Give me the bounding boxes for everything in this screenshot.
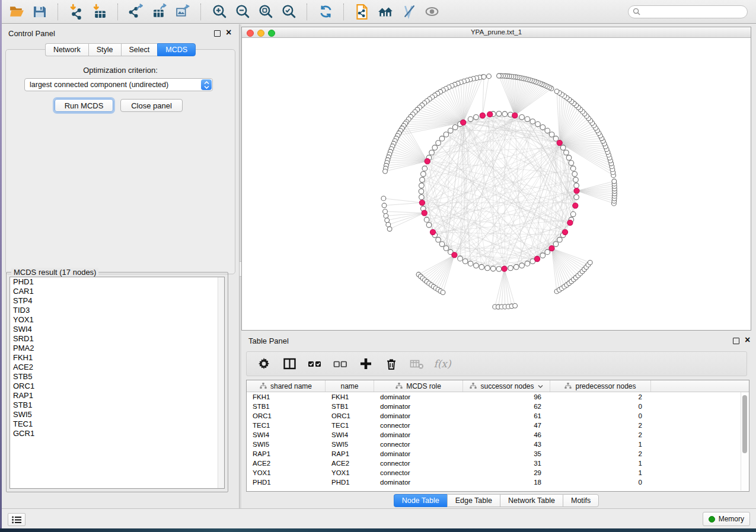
graph-ring-node[interactable] (513, 264, 519, 270)
show-eye-icon[interactable] (423, 3, 441, 21)
graph-ring-node[interactable] (444, 132, 449, 137)
show-columns-icon[interactable] (282, 356, 297, 371)
table-scrollbar-thumb[interactable] (742, 395, 747, 453)
mcds-result-item[interactable]: SRD1 (10, 334, 224, 344)
graph-ring-node[interactable] (419, 195, 425, 200)
tab-network-table[interactable]: Network Table (500, 494, 563, 507)
graph-leaf-node[interactable] (387, 227, 392, 232)
add-column-icon[interactable] (358, 356, 374, 371)
column-header-shared-name[interactable]: shared name (247, 380, 326, 392)
export-image-icon[interactable] (174, 3, 192, 21)
save-session-icon[interactable] (31, 3, 49, 21)
graph-ring-node[interactable] (574, 183, 579, 188)
table-row[interactable]: YOX1YOX1connector291 (247, 468, 749, 477)
column-header-successor-nodes[interactable]: successor nodes (463, 380, 550, 392)
import-network-icon[interactable] (68, 3, 85, 21)
tab-network[interactable]: Network (45, 43, 88, 56)
graph-ring-node[interactable] (519, 115, 525, 120)
mcds-result-item[interactable]: STP4 (10, 296, 224, 306)
graph-ring-node[interactable] (496, 267, 502, 272)
column-header-MCDS-role[interactable]: MCDS role (374, 380, 463, 392)
graph-mcds-hub-node[interactable] (567, 220, 573, 225)
graph-mcds-hub-node[interactable] (419, 200, 425, 206)
mcds-result-item[interactable]: RAP1 (10, 391, 224, 400)
close-panel-button[interactable]: Close panel (120, 99, 183, 112)
table-row[interactable]: SWI5SWI5connector431 (247, 440, 749, 449)
graph-leaf-node[interactable] (497, 73, 502, 78)
graph-mcds-hub-node[interactable] (452, 252, 457, 258)
graph-mcds-hub-node[interactable] (557, 140, 562, 146)
table-row[interactable]: FKH1FKH1dominator962 (247, 392, 749, 402)
task-history-button[interactable] (8, 513, 25, 526)
graph-ring-node[interactable] (560, 145, 566, 150)
mcds-result-item[interactable]: STB5 (10, 372, 224, 382)
graph-leaf-node[interactable] (513, 303, 518, 308)
mcds-result-item[interactable]: ACE2 (10, 363, 224, 372)
graph-ring-node[interactable] (419, 183, 425, 188)
mcds-result-item[interactable]: STB1 (10, 400, 224, 410)
graph-leaf-node[interactable] (383, 209, 388, 214)
graph-ring-node[interactable] (439, 242, 445, 247)
graph-mcds-hub-node[interactable] (461, 120, 466, 125)
graph-mcds-hub-node[interactable] (549, 246, 554, 251)
graph-mcds-hub-node[interactable] (430, 229, 435, 235)
graph-mcds-hub-node[interactable] (512, 113, 518, 118)
graph-ring-node[interactable] (573, 177, 579, 182)
zoom-out-icon[interactable] (234, 3, 251, 21)
graph-mcds-hub-node[interactable] (573, 203, 578, 209)
table-row[interactable]: PHD1PHD1dominator180 (247, 477, 749, 487)
mcds-result-item[interactable]: CAR1 (10, 287, 224, 296)
hide-annotations-icon[interactable] (400, 3, 417, 21)
close-table-panel-icon[interactable]: × (745, 337, 750, 343)
graph-ring-node[interactable] (485, 265, 490, 271)
zoom-in-icon[interactable] (210, 3, 228, 21)
export-table-icon[interactable] (151, 3, 168, 21)
graph-ring-node[interactable] (496, 111, 502, 117)
search-field[interactable] (628, 5, 748, 18)
new-network-document-icon[interactable] (353, 3, 371, 21)
graph-ring-node[interactable] (545, 128, 550, 133)
graph-ring-node[interactable] (540, 253, 546, 258)
graph-ring-node[interactable] (553, 136, 559, 142)
graph-ring-node[interactable] (508, 265, 513, 271)
graph-mcds-hub-node[interactable] (534, 256, 540, 261)
tab-node-table[interactable]: Node Table (394, 494, 447, 507)
graph-ring-node[interactable] (436, 237, 441, 242)
table-row[interactable]: TEC1TEC1connector472 (247, 421, 749, 430)
graph-ring-node[interactable] (452, 125, 458, 130)
table-row[interactable]: ACE2ACE2connector311 (247, 459, 749, 468)
mcds-result-item[interactable]: TEC1 (10, 419, 224, 429)
graph-ring-node[interactable] (421, 172, 426, 177)
graph-ring-node[interactable] (490, 266, 496, 271)
mcds-result-item[interactable]: PHD1 (10, 277, 224, 287)
open-session-icon[interactable] (8, 3, 25, 21)
graph-ring-node[interactable] (468, 117, 473, 122)
graph-ring-node[interactable] (436, 140, 441, 146)
graph-leaf-node[interactable] (383, 169, 388, 174)
mcds-result-item[interactable]: ORC1 (10, 382, 224, 391)
mcds-result-item[interactable]: TID3 (10, 306, 224, 315)
graph-ring-node[interactable] (432, 145, 438, 150)
graph-ring-node[interactable] (570, 166, 576, 171)
network-graph-canvas[interactable] (242, 38, 751, 331)
graph-leaf-node[interactable] (382, 203, 387, 208)
graph-leaf-node[interactable] (384, 214, 388, 219)
network-window-titlebar[interactable]: YPA_prune.txt_1 (242, 27, 751, 38)
run-mcds-button[interactable]: Run MCDS (55, 99, 113, 112)
graph-leaf-node[interactable] (381, 196, 386, 201)
graph-ring-node[interactable] (525, 117, 530, 122)
graph-leaf-node[interactable] (481, 75, 486, 79)
graph-leaf-node[interactable] (487, 74, 492, 79)
graph-leaf-node[interactable] (441, 290, 445, 295)
graph-ring-node[interactable] (474, 115, 479, 120)
graph-ring-node[interactable] (429, 150, 435, 155)
export-network-icon[interactable] (127, 3, 145, 21)
graph-ring-node[interactable] (574, 195, 579, 200)
graph-ring-node[interactable] (468, 261, 473, 267)
tab-motifs[interactable]: Motifs (563, 494, 599, 507)
go-home-icon[interactable] (377, 3, 394, 21)
mcds-result-item[interactable]: FKH1 (10, 353, 224, 363)
table-row[interactable]: RAP1RAP1dominator352 (247, 449, 749, 459)
graph-ring-node[interactable] (566, 155, 572, 161)
graph-leaf-node[interactable] (386, 222, 391, 227)
